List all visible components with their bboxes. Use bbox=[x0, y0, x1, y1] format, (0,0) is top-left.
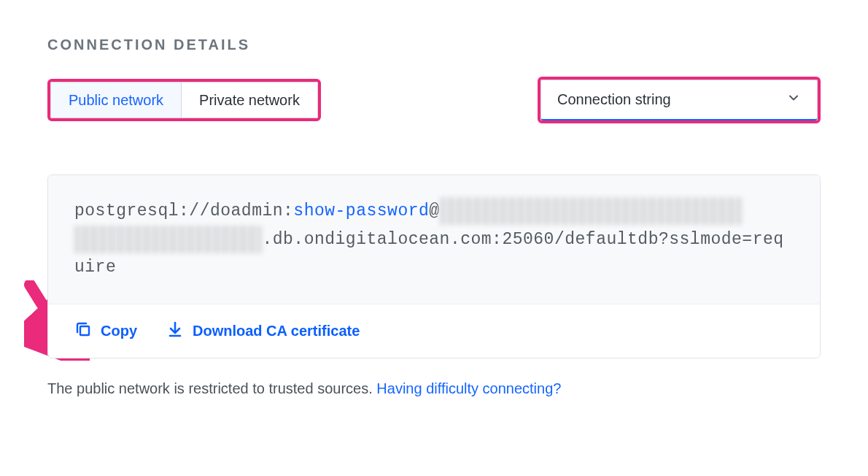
copy-label: Copy bbox=[101, 323, 137, 339]
connection-card-wrapper: postgresql://doadmin:show-password@xxxxx… bbox=[47, 174, 821, 358]
footnote-text: The public network is restricted to trus… bbox=[47, 380, 376, 396]
download-icon bbox=[166, 320, 184, 342]
controls-row: Public network Private network Connectio… bbox=[47, 77, 821, 123]
download-cert-button[interactable]: Download CA certificate bbox=[166, 320, 360, 342]
tab-private-network[interactable]: Private network bbox=[181, 82, 317, 118]
conn-host-obscured-1: xxxxxxxxxxxxxxxxxxxxxxxxxxxxx bbox=[440, 197, 743, 225]
svg-rect-0 bbox=[80, 326, 89, 335]
footnote: The public network is restricted to trus… bbox=[47, 380, 821, 397]
chevron-down-icon bbox=[786, 91, 801, 109]
connection-string: postgresql://doadmin:show-password@xxxxx… bbox=[48, 175, 820, 304]
connection-actions: Copy Download CA certificate bbox=[48, 304, 820, 358]
download-cert-label: Download CA certificate bbox=[193, 323, 360, 339]
conn-prefix: postgresql://doadmin: bbox=[74, 201, 293, 220]
section-heading: CONNECTION DETAILS bbox=[47, 37, 821, 53]
copy-icon bbox=[74, 320, 92, 342]
format-select[interactable]: Connection string bbox=[540, 80, 818, 120]
copy-button[interactable]: Copy bbox=[74, 320, 137, 342]
show-password-link[interactable]: show-password bbox=[293, 201, 429, 220]
format-select-highlight: Connection string bbox=[538, 77, 821, 123]
tab-public-network[interactable]: Public network bbox=[51, 82, 181, 118]
help-link[interactable]: Having difficulty connecting? bbox=[376, 380, 561, 396]
conn-host-obscured-2: xxxxxxxxxxxxxxxxxx bbox=[74, 226, 262, 253]
network-tabs-highlight: Public network Private network bbox=[47, 79, 321, 121]
format-select-value: Connection string bbox=[557, 91, 671, 108]
connection-card: postgresql://doadmin:show-password@xxxxx… bbox=[47, 174, 821, 358]
network-tabs: Public network Private network bbox=[50, 82, 318, 118]
conn-at: @ bbox=[429, 201, 439, 220]
